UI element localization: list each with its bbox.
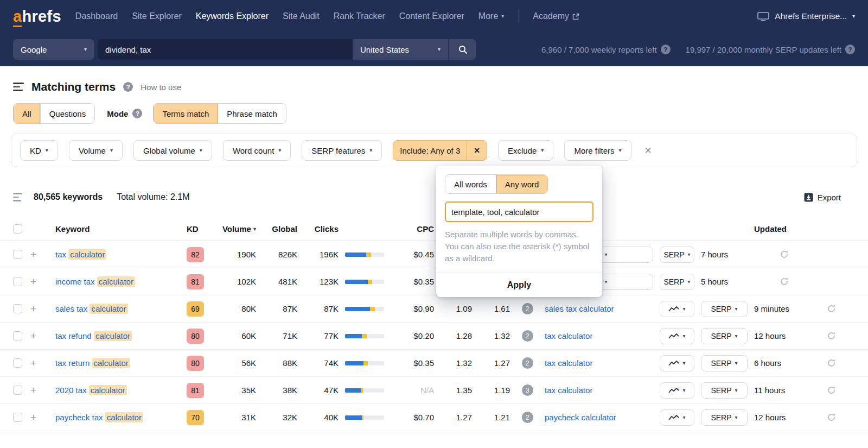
- col-updated[interactable]: Updated: [754, 224, 814, 234]
- help-icon[interactable]: ?: [845, 45, 855, 54]
- serp-button[interactable]: SERP ▾: [660, 274, 694, 290]
- volume-value: 35K: [241, 386, 256, 395]
- add-keyword-icon[interactable]: +: [30, 304, 36, 314]
- row-checkbox[interactable]: [13, 331, 22, 340]
- help-icon[interactable]: ?: [132, 109, 142, 118]
- serp-button[interactable]: SERP ▾: [701, 301, 748, 317]
- updated-value: 12 hours: [754, 331, 786, 340]
- row-checkbox[interactable]: [13, 304, 22, 313]
- filter-global-volume[interactable]: Global volume▾: [133, 140, 212, 161]
- add-keyword-icon[interactable]: +: [30, 249, 36, 260]
- row-checkbox[interactable]: [13, 358, 22, 368]
- add-keyword-icon[interactable]: +: [30, 385, 36, 395]
- apply-button[interactable]: Apply: [436, 273, 602, 297]
- table-row: + paycheck tax calculator 70 31K 32K 40K…: [0, 404, 868, 431]
- include-filter-label[interactable]: Include: Any of 3: [393, 146, 467, 155]
- nav-dashboard[interactable]: Dashboard: [75, 11, 118, 21]
- refresh-icon[interactable]: [827, 386, 836, 395]
- position-history-button[interactable]: ▾: [660, 409, 694, 426]
- keyword-link[interactable]: paycheck tax calculator: [55, 413, 143, 422]
- row-checkbox[interactable]: [13, 413, 22, 422]
- serp-button[interactable]: SERP ▾: [660, 247, 694, 263]
- parent-topic-link[interactable]: sales tax calculator: [545, 304, 614, 313]
- add-keyword-icon[interactable]: +: [30, 412, 36, 422]
- serp-button[interactable]: SERP ▾: [701, 355, 748, 371]
- caret-down-icon: ▾: [852, 14, 855, 19]
- filter-kd[interactable]: KD▾: [20, 140, 58, 161]
- keyword-link[interactable]: tax return calculator: [55, 358, 130, 368]
- add-keyword-icon[interactable]: +: [30, 358, 36, 368]
- nav-site-explorer[interactable]: Site Explorer: [132, 11, 182, 21]
- refresh-icon[interactable]: [780, 250, 789, 259]
- select-all-checkbox[interactable]: [13, 224, 22, 234]
- clear-all-filters-icon[interactable]: ✕: [642, 145, 654, 156]
- tab-all[interactable]: All: [14, 104, 41, 123]
- serp-features-cell: 2: [522, 303, 533, 314]
- parent-topic-link[interactable]: tax calculator: [545, 386, 592, 395]
- filter-volume[interactable]: Volume▾: [69, 140, 123, 161]
- refresh-icon[interactable]: [827, 413, 836, 422]
- ahrefs-logo[interactable]: ahrefs: [13, 8, 61, 26]
- filter-more[interactable]: More filters ▾: [564, 140, 631, 161]
- help-icon[interactable]: ?: [123, 82, 133, 92]
- tab-all-words[interactable]: All words: [445, 175, 496, 193]
- help-icon[interactable]: ?: [661, 45, 671, 54]
- nav-rank-tracker[interactable]: Rank Tracker: [334, 11, 385, 21]
- col-clicks[interactable]: Clicks: [315, 224, 339, 234]
- list-options-icon[interactable]: [13, 193, 24, 201]
- reports-menu-icon[interactable]: [13, 83, 24, 91]
- col-global[interactable]: Global: [272, 224, 297, 234]
- add-keyword-icon[interactable]: +: [30, 276, 36, 287]
- sparkline-icon: [668, 360, 679, 367]
- keyword-link[interactable]: tax refund calculator: [55, 331, 132, 340]
- col-volume[interactable]: Volume▾: [222, 224, 256, 234]
- filter-exclude[interactable]: Exclude ▾: [498, 140, 553, 161]
- keyword-link[interactable]: tax calculator: [55, 250, 106, 259]
- nav-academy[interactable]: Academy: [533, 11, 579, 21]
- search-icon: [458, 45, 468, 54]
- parent-topic-link[interactable]: tax calculator: [545, 331, 592, 340]
- nav-content-explorer[interactable]: Content Explorer: [399, 11, 464, 21]
- parent-topic-link[interactable]: tax calculator: [545, 358, 592, 368]
- col-cpc[interactable]: CPC: [417, 224, 434, 234]
- position-history-button[interactable]: ▾: [660, 301, 694, 317]
- keyword-link[interactable]: income tax calculator: [55, 277, 135, 286]
- col-keyword[interactable]: Keyword: [55, 224, 180, 234]
- refresh-icon[interactable]: [827, 304, 836, 313]
- search-engine-select[interactable]: Google ▾: [13, 39, 94, 60]
- refresh-icon[interactable]: [780, 277, 789, 286]
- filter-serp-features[interactable]: SERP features▾: [302, 140, 382, 161]
- keywords-query-input[interactable]: [98, 39, 353, 60]
- export-button[interactable]: Export: [804, 193, 855, 202]
- tab-any-word[interactable]: Any word: [496, 175, 548, 193]
- row-checkbox[interactable]: [13, 250, 22, 259]
- refresh-icon[interactable]: [827, 358, 836, 368]
- tab-phrase-match[interactable]: Phrase match: [218, 104, 286, 123]
- add-keyword-icon[interactable]: +: [30, 331, 36, 341]
- row-checkbox[interactable]: [13, 277, 22, 286]
- search-button[interactable]: [448, 39, 476, 60]
- account-menu[interactable]: Ahrefs Enterprise... ▾: [757, 11, 855, 21]
- nav-keywords-explorer[interactable]: Keywords Explorer: [196, 11, 269, 21]
- position-history-button[interactable]: ▾: [660, 328, 694, 344]
- serp-button[interactable]: SERP ▾: [701, 328, 748, 344]
- include-clear-icon[interactable]: ✕: [467, 141, 487, 160]
- nav-site-audit[interactable]: Site Audit: [283, 11, 320, 21]
- serp-button[interactable]: SERP ▾: [701, 409, 748, 426]
- parent-topic-link[interactable]: paycheck calculator: [545, 413, 616, 422]
- keyword-link[interactable]: 2020 tax calculator: [55, 386, 127, 395]
- position-history-button[interactable]: ▾: [660, 382, 694, 399]
- col-kd[interactable]: KD: [187, 224, 210, 234]
- refresh-icon[interactable]: [827, 331, 836, 340]
- tab-questions[interactable]: Questions: [41, 104, 95, 123]
- how-to-use-link[interactable]: How to use: [141, 83, 181, 92]
- serp-button[interactable]: SERP ▾: [701, 382, 748, 399]
- position-history-button[interactable]: ▾: [660, 355, 694, 371]
- row-checkbox[interactable]: [13, 386, 22, 395]
- keyword-link[interactable]: sales tax calculator: [55, 304, 128, 313]
- include-words-input[interactable]: [445, 201, 593, 222]
- nav-more[interactable]: More▾: [478, 11, 504, 21]
- tab-terms-match[interactable]: Terms match: [154, 104, 218, 123]
- filter-word-count[interactable]: Word count▾: [223, 140, 291, 161]
- country-select[interactable]: United States ▾: [353, 39, 448, 60]
